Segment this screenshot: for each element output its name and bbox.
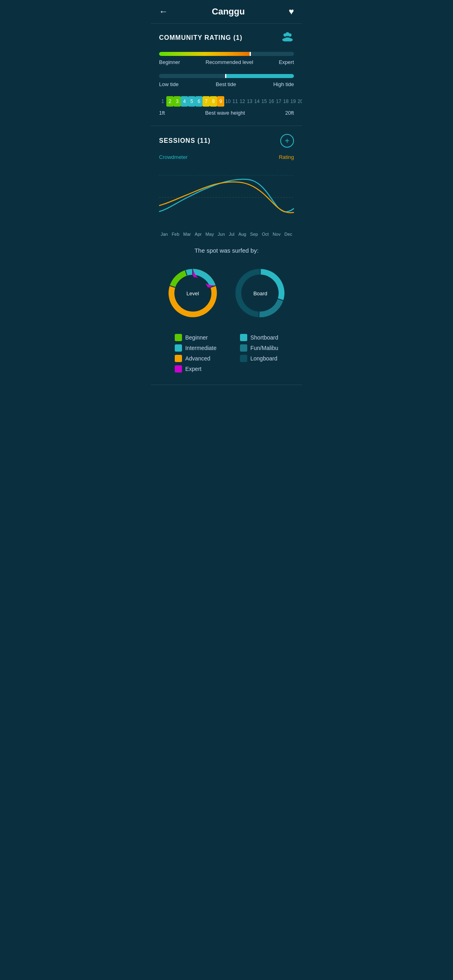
board-donut-chart: Board [229, 262, 292, 324]
sessions-chart-svg [159, 163, 294, 228]
favorite-button[interactable]: ♥ [289, 6, 294, 17]
legend-label: Intermediate [185, 345, 217, 351]
chart-legend-crowd: Crowdmeter [159, 154, 188, 160]
legend-swatch [240, 334, 247, 341]
level-donut-chart: Level [161, 262, 224, 324]
chart-month-jun: Jun [218, 232, 225, 237]
wave-height-numbers: 1234567891011121314151617181920 [159, 96, 294, 107]
legend-label: Expert [185, 366, 201, 372]
wave-height-min: 1ft [159, 110, 165, 116]
legend-label: Shortboard [250, 334, 278, 341]
wave-num-11: 11 [232, 96, 239, 107]
tide-bar-active [225, 74, 294, 78]
chart-month-aug: Aug [238, 232, 246, 237]
wave-num-16: 16 [268, 96, 275, 107]
chart-month-sep: Sep [250, 232, 258, 237]
wave-num-3: 3 [174, 96, 181, 107]
skill-bar-labels: Beginner Recommended level Expert [159, 59, 294, 65]
sessions-title: SESSIONS (11) [159, 137, 211, 144]
tide-bar-labels: Low tide Best tide High tide [159, 81, 294, 87]
wave-num-15: 15 [261, 96, 268, 107]
legend-label: Beginner [185, 334, 208, 341]
legend-swatch [240, 344, 247, 352]
chart-month-dec: Dec [284, 232, 292, 237]
chart-month-jan: Jan [161, 232, 168, 237]
skill-bar-track [159, 52, 294, 56]
community-icon [281, 32, 294, 44]
skill-label-expert: Expert [279, 59, 294, 65]
skill-bar-container: Beginner Recommended level Expert [159, 52, 294, 65]
level-legend-expert: Expert [175, 365, 217, 373]
wave-num-6: 6 [195, 96, 203, 107]
chart-month-nov: Nov [273, 232, 281, 237]
skill-bar-fill [159, 52, 251, 56]
level-legend-intermediate: Intermediate [175, 344, 217, 352]
tide-bar-divider [225, 74, 226, 78]
wave-num-10: 10 [224, 96, 232, 107]
wave-height-max: 20ft [285, 110, 294, 116]
wave-height-best: Best wave height [205, 110, 245, 116]
level-legend-beginner: Beginner [175, 334, 217, 341]
chart-month-feb: Feb [172, 232, 179, 237]
wave-num-1: 1 [159, 96, 166, 107]
chart-legend: Crowdmeter Rating [159, 154, 294, 160]
wave-num-12: 12 [239, 96, 246, 107]
legend-label: Advanced [185, 355, 210, 362]
board-legend-longboard: Longboard [240, 355, 278, 362]
chart-month-may: May [205, 232, 214, 237]
tide-label-high: High tide [273, 81, 294, 87]
donuts-row: Level [159, 262, 294, 324]
wave-num-9: 9 [217, 96, 224, 107]
wave-num-19: 19 [290, 96, 297, 107]
wave-num-8: 8 [210, 96, 217, 107]
legend-label: Fun/Malibu [250, 345, 278, 351]
wave-height-labels: 1ft Best wave height 20ft [159, 110, 294, 116]
back-button[interactable]: ← [159, 6, 168, 17]
page-title: Canggu [212, 6, 245, 17]
header: ← Canggu ♥ [151, 0, 302, 24]
sessions-header: SESSIONS (11) + [159, 134, 294, 148]
wave-num-7: 7 [203, 96, 210, 107]
board-donut-label: Board [253, 290, 267, 296]
wave-num-5: 5 [188, 96, 195, 107]
legend-label: Longboard [250, 355, 277, 362]
legend-swatch [175, 344, 182, 352]
tide-bar-track [159, 74, 294, 78]
legend-swatch [175, 365, 182, 373]
wave-num-17: 17 [275, 96, 282, 107]
chart-container: Crowdmeter Rating JanFebMarAprMayJunJulA… [159, 154, 294, 247]
svg-point-2 [285, 32, 290, 36]
svg-point-5 [284, 37, 291, 41]
wave-num-4: 4 [181, 96, 188, 107]
legend-swatch [240, 355, 247, 362]
level-legend-col: BeginnerIntermediateAdvancedExpert [175, 334, 217, 373]
level-donut-label: Level [186, 290, 199, 296]
wave-num-18: 18 [282, 96, 290, 107]
chart-month-mar: Mar [183, 232, 191, 237]
wave-num-2: 2 [166, 96, 174, 107]
level-legend-advanced: Advanced [175, 355, 217, 362]
chart-month-apr: Apr [195, 232, 202, 237]
community-rating-title: COMMUNITY RATING (1) [159, 34, 242, 41]
chart-month-jul: Jul [229, 232, 234, 237]
legends-row: BeginnerIntermediateAdvancedExpert Short… [159, 334, 294, 385]
board-legend-col: ShortboardFun/MalibuLongboard [240, 334, 278, 373]
chart-month-oct: Oct [262, 232, 269, 237]
board-donut-wrap: Board [229, 262, 292, 324]
tide-label-best: Best tide [178, 81, 273, 87]
tide-label-low: Low tide [159, 81, 178, 87]
tide-bar-container: Low tide Best tide High tide [159, 74, 294, 87]
skill-label-recommended: Recommended level [180, 59, 279, 65]
legend-swatch [175, 355, 182, 362]
sessions-section: SESSIONS (11) + Crowdmeter Rating JanFeb… [151, 126, 302, 385]
board-legend-fun-malibu: Fun/Malibu [240, 344, 278, 352]
wave-num-14: 14 [253, 96, 261, 107]
chart-months: JanFebMarAprMayJunJulAugSepOctNovDec [159, 232, 294, 237]
wave-num-20: 20 [297, 96, 302, 107]
add-session-button[interactable]: + [280, 134, 294, 148]
skill-label-beginner: Beginner [159, 59, 180, 65]
level-donut-wrap: Level [161, 262, 224, 324]
svg-line-15 [259, 312, 259, 317]
community-rating-header: COMMUNITY RATING (1) [159, 32, 294, 44]
wave-num-13: 13 [246, 96, 253, 107]
